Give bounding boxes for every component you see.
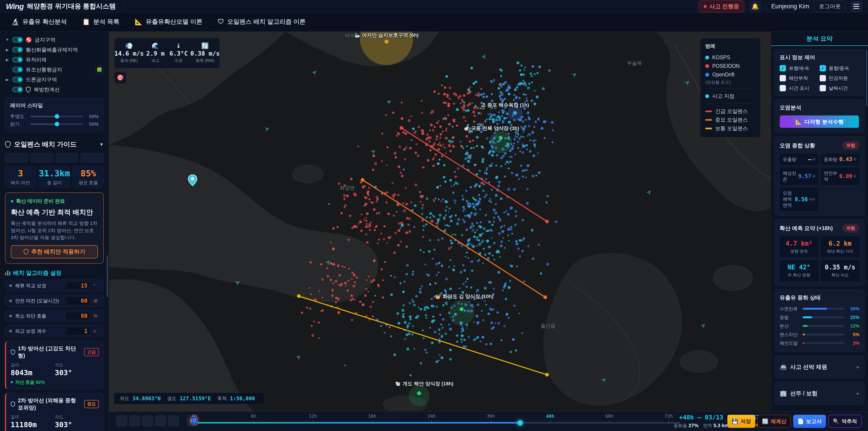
defense-line-card[interactable]: 2차 방어선 (외해용 중형 포위망) 중요 길이11180m 각도303° 차…: [5, 393, 104, 431]
action-icon: 🔄: [762, 418, 769, 425]
layer-label: 금지구역: [35, 36, 55, 43]
layer-tree-row[interactable]: 유조선통행금지: [5, 65, 104, 74]
checkbox[interactable]: ✓: [780, 75, 786, 81]
sensitive-resource-label[interactable]: 🦢여자만 습지보호구역 (6h): [354, 32, 418, 39]
setting-value-input[interactable]: 80: [65, 312, 90, 320]
recenter-target-button[interactable]: 🎯: [114, 71, 126, 84]
layer-toggle[interactable]: [12, 87, 23, 92]
layer-toggle[interactable]: [12, 37, 23, 42]
tree-expand-icon[interactable]: ▼: [5, 38, 9, 42]
toolbar-tab-icon: 📐: [135, 18, 143, 26]
sensitive-resource-label[interactable]: 🧺화태도 김 양식장 (10h): [435, 293, 493, 300]
layer-toggle[interactable]: [12, 57, 23, 62]
checkbox[interactable]: ✓: [819, 75, 826, 81]
collapsible-section[interactable]: 🚢 사고 선박 제원 ▶: [774, 355, 865, 378]
playback-button[interactable]: [155, 415, 166, 426]
slider-track[interactable]: [31, 123, 83, 125]
checkbox[interactable]: ✓: [819, 85, 826, 91]
setting-value-input[interactable]: 60: [65, 297, 90, 305]
nav-item[interactable]: [145, 4, 155, 8]
action-button[interactable]: 💾 저장: [727, 415, 755, 428]
hamburger-menu-button[interactable]: [850, 1, 862, 12]
logout-button[interactable]: 로그아웃: [814, 1, 845, 12]
panel-scrollbar[interactable]: [866, 50, 867, 106]
chevron-right-icon[interactable]: ▶: [857, 392, 860, 396]
display-option-checkbox[interactable]: ✓ 시간 표시: [780, 85, 819, 91]
display-option-checkbox[interactable]: ✓ 유향/유속: [780, 65, 819, 71]
sidebar-scrollbar[interactable]: [107, 255, 108, 297]
action-button[interactable]: 🔍 역추적: [828, 415, 862, 428]
checkbox[interactable]: ✓: [819, 65, 826, 71]
sensitive-resource-label[interactable]: 🐚개도 해안 양식장 (18h): [395, 380, 454, 387]
playback-button[interactable]: [142, 415, 153, 426]
display-option-checkbox[interactable]: ✓ 날짜시간: [819, 85, 860, 91]
checkbox[interactable]: ✓: [780, 85, 786, 91]
layer-toggle[interactable]: [12, 67, 23, 72]
slider-knob[interactable]: [55, 122, 59, 126]
nav-item[interactable]: [197, 4, 208, 8]
layer-tree-row[interactable]: ▼ 금지구역: [5, 35, 104, 45]
action-button[interactable]: 🔄 재계산: [757, 415, 791, 428]
timeline-playhead[interactable]: [518, 420, 523, 426]
action-button[interactable]: 📄 보고서: [793, 415, 826, 428]
sensitive-resource-label[interactable]: 🏖종포 해수욕장 (1h): [481, 102, 529, 109]
display-option-checkbox[interactable]: ✓ 민감자원: [819, 75, 860, 81]
display-option-checkbox[interactable]: ✓ 풍향/풍속: [819, 65, 860, 71]
fence-guide-header[interactable]: 오일펜스 배치 가이드 ▼: [5, 140, 104, 149]
fence-mode-button[interactable]: [5, 153, 28, 162]
playback-button[interactable]: [168, 415, 179, 426]
playback-button[interactable]: [129, 415, 140, 426]
display-option-checkbox[interactable]: ✓ 해안부착: [780, 75, 819, 81]
fence-mode-button[interactable]: [56, 153, 79, 162]
tree-expand-icon[interactable]: ▶: [5, 58, 9, 62]
notification-bell-button[interactable]: 🔔: [749, 1, 761, 12]
nav-item[interactable]: [131, 4, 142, 8]
chevron-right-icon[interactable]: ▶: [857, 365, 860, 369]
ruler-icon: 📐: [795, 119, 802, 125]
layer-style-button[interactable]: [95, 65, 104, 74]
setting-value-input[interactable]: 1: [65, 327, 90, 335]
nav-item[interactable]: [158, 4, 168, 8]
layer-tree-row[interactable]: ▶ 드론금지구역: [5, 74, 104, 85]
slider-knob[interactable]: [55, 114, 59, 119]
checkbox[interactable]: ✓: [780, 65, 786, 71]
layer-toggle[interactable]: [12, 77, 23, 82]
fence-mode-button[interactable]: [81, 153, 104, 162]
fence-deploy-marker[interactable]: [191, 417, 197, 424]
collapse-caret-icon[interactable]: ▼: [99, 142, 104, 147]
layer-toggle[interactable]: [12, 47, 23, 53]
map-canvas[interactable]: 🦢여자만 습지보호구역 (6h)🏖종포 해수욕장 (1h)🦪국동 전복 양식장 …: [109, 32, 771, 411]
toolbar-tab[interactable]: 📐 유출유확산모델 이론: [127, 13, 210, 31]
timeline-track[interactable]: [194, 422, 680, 424]
fence-mode-button[interactable]: [30, 153, 53, 162]
apply-recommendation-button[interactable]: 추천 배치안 적용하기: [11, 245, 98, 258]
tree-expand-icon[interactable]: ▶: [5, 48, 9, 52]
slider-track[interactable]: [31, 116, 83, 117]
weather-widget: 💨 14.6 m/s 풍속 (NE) 🌊 2.9 m 파고 🌡 6.3°C 수: [114, 38, 220, 68]
layer-tree-row[interactable]: ▶ 유처리제: [5, 55, 104, 65]
layer-tree-row[interactable]: 북방한계선: [5, 85, 104, 94]
defense-line-card[interactable]: 1차 방어선 (고강도 차단형) 긴급 길이8043m 각도303° 차단 효율…: [5, 341, 104, 389]
legend-fence-row: 중요 오일펜스: [705, 116, 755, 124]
timeline-track-zone[interactable]: 0h 6h 12h 18h: [194, 411, 680, 431]
nav-item[interactable]: [184, 4, 195, 8]
playback-button[interactable]: [116, 415, 127, 426]
shield-icon: [24, 249, 29, 255]
toolbar-tab[interactable]: 🛡 오일펜스 배치 알고리즘 이론: [210, 13, 313, 31]
nav-item[interactable]: [223, 4, 234, 8]
sensitive-resource-label[interactable]: 🦪국동 전복 양식장 (3h): [464, 125, 519, 132]
toolbar-tab[interactable]: 📋 분석 목록: [74, 13, 127, 31]
collapsible-section[interactable]: 🏢 선주 / 보험 ▶: [774, 382, 865, 405]
polygon-analysis-button[interactable]: 📐 다각형 분석수행: [780, 115, 860, 128]
layer-tree-row[interactable]: ▶ 황산화물배출규제지역: [5, 45, 104, 55]
nav-item[interactable]: [210, 4, 221, 8]
panel-header-tab[interactable]: 분석 요약: [771, 32, 868, 46]
incident-point-pin[interactable]: [188, 175, 197, 187]
check-icon: ✓: [821, 66, 825, 71]
nav-item[interactable]: [170, 4, 182, 8]
setting-value-input[interactable]: 15: [65, 281, 90, 290]
tree-expand-icon[interactable]: ▶: [5, 78, 9, 82]
forecast-stat-box: 0.35 m/s 확산 속도: [821, 260, 860, 281]
layer-tree: ▼ 금지구역 ▶ 황산화물배출규제지역: [5, 35, 104, 94]
toolbar-tab[interactable]: 🔬 유출유 확산분석: [4, 13, 74, 31]
